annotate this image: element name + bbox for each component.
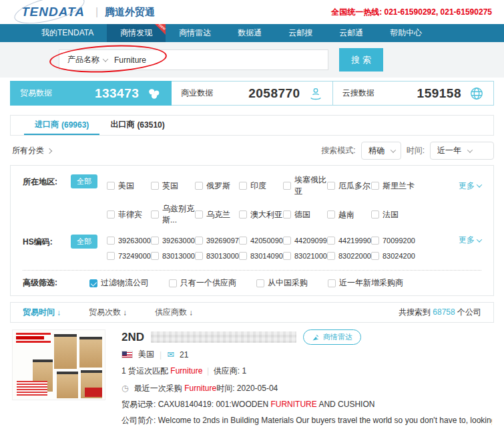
region-checkbox[interactable]: 德国 [283, 209, 327, 221]
checkbox-icon [327, 210, 335, 219]
checkbox-icon [151, 210, 159, 219]
sort-trade-time[interactable]: 贸易时间↓ [23, 307, 61, 318]
hs-checkbox[interactable]: 8302100000 [283, 252, 327, 260]
hs-checkbox[interactable]: 3926909709 [195, 237, 239, 245]
brand-suffix: 腾道外贸通 [105, 6, 155, 19]
filter-panel: 所在地区: 全部 美国 英国 俄罗斯 印度 埃塞俄比亚 厄瓜多尔 斯里兰卡 更多… [10, 165, 494, 296]
checkbox-icon [239, 210, 247, 219]
hs-checkbox[interactable]: 39263000 [107, 237, 151, 245]
region-more-link[interactable]: 更多 [459, 180, 481, 192]
region-checkbox[interactable]: 美国 [107, 180, 151, 192]
region-checkbox[interactable]: 埃塞俄比亚 [283, 174, 327, 197]
checkbox-icon [107, 210, 115, 219]
single-supplier-checkbox[interactable]: 只有一个供应商 [169, 277, 236, 289]
logo-text: TENDATA [21, 5, 85, 19]
region-checkbox[interactable]: 英国 [151, 180, 195, 192]
importer-exporter-tabs: 进口商 (69963) 出口商 (63510) [10, 115, 494, 136]
chevron-down-icon [103, 56, 108, 61]
radar-button[interactable]: 商情雷达 [303, 329, 361, 345]
buy-from-china-checkbox[interactable]: 从中国采购 [256, 277, 308, 289]
hs-checkbox[interactable]: 70099200 [371, 237, 415, 245]
arrow-down-icon: ↓ [123, 308, 127, 317]
radar-icon [312, 333, 320, 341]
region-checkbox[interactable]: 俄罗斯 [195, 180, 239, 192]
checkbox-icon [256, 279, 264, 287]
hs-checkbox[interactable]: 8302200000 [327, 252, 371, 260]
advanced-filter-row: 高级筛选: 过滤物流公司 只有一个供应商 从中国采购 近一年新增采购商 [23, 277, 481, 289]
region-checkbox[interactable]: 越南 [327, 209, 371, 221]
checkbox-icon [239, 237, 247, 245]
hs-checkbox[interactable]: 3926300000 [151, 237, 195, 245]
nav-item-help[interactable]: 帮助中心 [376, 24, 435, 42]
hs-checkbox[interactable]: 83014090 [239, 252, 283, 260]
hs-checkbox[interactable]: 44209099 [283, 237, 327, 245]
dotted-divider [23, 270, 481, 271]
hs-label: HS编码: [23, 235, 71, 266]
hs-checkbox[interactable]: 42050090 [239, 237, 283, 245]
checkbox-icon [327, 182, 335, 190]
us-flag-icon [121, 351, 133, 358]
region-checkbox[interactable]: 乌克兰 [195, 209, 239, 221]
result-count-text: 共搜索到 68758 个公司 [399, 307, 481, 318]
nav-item-discovery[interactable]: 商情发现 New [107, 24, 166, 42]
tab-exporter[interactable]: 出口商 (63510) [99, 116, 175, 135]
nav-item-cloudmail-search[interactable]: 云邮搜 [275, 24, 326, 42]
filter-logistics-checkbox[interactable]: 过滤物流公司 [89, 277, 149, 289]
clock-icon: ◷ [121, 384, 128, 393]
search-button[interactable]: 搜 索 [339, 48, 383, 72]
hs-checkbox[interactable]: 73249000 [107, 252, 151, 260]
region-checkbox[interactable]: 澳大利亚 [239, 209, 283, 221]
time-select[interactable]: 近一年 [430, 142, 494, 160]
tab-importer[interactable]: 进口商 (69963) [24, 116, 99, 135]
nav-item-radar[interactable]: 商情雷达 [166, 24, 224, 42]
checkbox-icon [283, 210, 291, 219]
checkbox-checked-icon [89, 279, 97, 287]
nav-item-cloudmail[interactable]: 云邮通 [326, 24, 376, 42]
redacted-company-name [151, 331, 296, 343]
mail-icon[interactable]: ✉ [167, 349, 174, 360]
region-checkbox[interactable]: 斯里兰卡 [371, 180, 415, 192]
region-checkbox[interactable]: 印度 [239, 180, 283, 192]
hs-checkbox[interactable]: 83024200 [371, 252, 415, 260]
new-buyers-checkbox[interactable]: 近一年新增采购商 [328, 277, 403, 289]
hs-more-link[interactable]: 更多 [459, 235, 481, 246]
sort-bar: 贸易时间↓ 贸易次数↓ 供应商数↓ 共搜索到 68758 个公司 [10, 302, 494, 323]
search-input[interactable] [114, 55, 328, 65]
hs-filter-row: HS编码: 全部 39263000 3926300000 3926909709 … [23, 235, 481, 266]
company-thumbnail[interactable] [12, 329, 105, 400]
flyer-headline-art [16, 333, 51, 344]
us-flag-canton [122, 351, 127, 355]
advanced-label: 高级筛选: [23, 277, 89, 289]
region-checkbox[interactable]: 法国 [371, 209, 415, 221]
hs-all-button[interactable]: 全部 [71, 235, 97, 249]
customer-care-icon [308, 86, 323, 101]
all-categories-link[interactable]: 所有分类 [10, 145, 51, 156]
card-trade-data[interactable]: 贸易数据 133473 [10, 81, 172, 106]
checkbox-icon [195, 252, 203, 260]
chevron-down-icon [467, 147, 473, 152]
region-checkbox[interactable]: 菲律宾 [107, 209, 151, 221]
nav-item-my-tendata[interactable]: 我的TENDATA [28, 24, 107, 42]
hs-checkbox[interactable]: 83013000 [151, 252, 195, 260]
company-name[interactable]: 2ND [121, 331, 144, 344]
search-mode-select[interactable]: 精确 [361, 142, 401, 160]
card-business-data[interactable]: 商业数据 2058770 [172, 81, 332, 106]
sort-trade-count[interactable]: 贸易次数↓ [89, 307, 127, 318]
arrow-down-icon: ↓ [57, 308, 61, 317]
nav-item-datatong[interactable]: 数据通 [224, 24, 275, 42]
checkbox-icon [107, 237, 115, 245]
region-checkbox[interactable]: 厄瓜多尔 [327, 180, 371, 192]
search-category-dropdown[interactable]: 产品名称 [59, 54, 114, 65]
region-checkbox[interactable]: 乌兹别克斯... [151, 203, 195, 226]
checkbox-icon [151, 182, 159, 190]
region-all-button[interactable]: 全部 [71, 174, 97, 188]
checkbox-icon [195, 210, 203, 219]
checkbox-icon [371, 237, 379, 245]
hs-checkbox[interactable]: 8301300000 [195, 252, 239, 260]
card-cloud-search-data[interactable]: 云搜数据 159158 [333, 81, 494, 106]
page: TENDATA | 腾道外贸通 全国统一热线: 021-61590292, 02… [0, 0, 504, 429]
region-filter-row: 所在地区: 全部 美国 英国 俄罗斯 印度 埃塞俄比亚 厄瓜多尔 斯里兰卡 更多… [23, 174, 481, 232]
hs-checkbox[interactable]: 44219990 [327, 237, 371, 245]
sort-supplier-count[interactable]: 供应商数↓ [155, 307, 193, 318]
tendata-logo[interactable]: TENDATA [17, 3, 89, 21]
